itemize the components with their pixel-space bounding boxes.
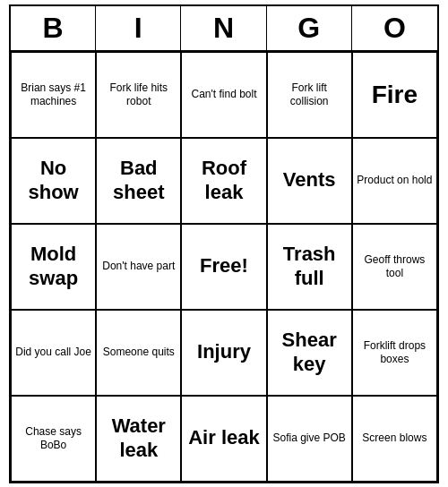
- bingo-cell-22: Air leak: [181, 396, 266, 482]
- bingo-header: BINGO: [11, 6, 437, 52]
- header-letter-g: G: [267, 6, 352, 50]
- bingo-cell-13: Trash full: [267, 224, 352, 310]
- bingo-cell-15: Did you call Joe: [11, 310, 96, 396]
- bingo-cell-11: Don't have part: [96, 224, 181, 310]
- bingo-cell-16: Someone quits: [96, 310, 181, 396]
- bingo-cell-21: Water leak: [96, 396, 181, 482]
- bingo-cell-19: Forklift drops boxes: [352, 310, 437, 396]
- bingo-cell-4: Fire: [352, 52, 437, 138]
- header-letter-n: N: [181, 6, 266, 50]
- bingo-cell-20: Chase says BoBo: [11, 396, 96, 482]
- bingo-cell-23: Sofia give POB: [267, 396, 352, 482]
- header-letter-b: B: [11, 6, 96, 50]
- bingo-cell-6: Bad sheet: [96, 138, 181, 224]
- bingo-cell-8: Vents: [267, 138, 352, 224]
- bingo-cell-7: Roof leak: [181, 138, 266, 224]
- bingo-cell-2: Can't find bolt: [181, 52, 266, 138]
- bingo-cell-10: Mold swap: [11, 224, 96, 310]
- bingo-cell-1: Fork life hits robot: [96, 52, 181, 138]
- bingo-card: BINGO Brian says #1 machinesFork life hi…: [9, 4, 439, 483]
- header-letter-i: I: [96, 6, 181, 50]
- header-letter-o: O: [352, 6, 437, 50]
- bingo-cell-24: Screen blows: [352, 396, 437, 482]
- bingo-cell-12: Free!: [181, 224, 266, 310]
- bingo-grid: Brian says #1 machinesFork life hits rob…: [11, 52, 437, 482]
- bingo-cell-9: Product on hold: [352, 138, 437, 224]
- bingo-cell-3: Fork lift collision: [267, 52, 352, 138]
- bingo-cell-17: Injury: [181, 310, 266, 396]
- bingo-cell-5: No show: [11, 138, 96, 224]
- bingo-cell-0: Brian says #1 machines: [11, 52, 96, 138]
- bingo-cell-18: Shear key: [267, 310, 352, 396]
- bingo-cell-14: Geoff throws tool: [352, 224, 437, 310]
